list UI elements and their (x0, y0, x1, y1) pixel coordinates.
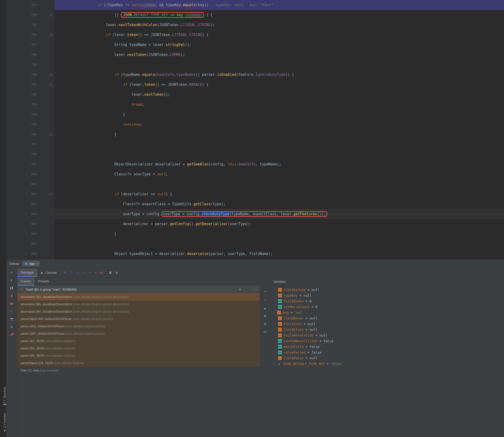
watch-down-icon[interactable]: ▼ (264, 314, 266, 318)
prev-frame-icon[interactable]: ↑ (252, 288, 254, 291)
variable-row[interactable]: ≡fieldClass = null (271, 327, 504, 332)
variable-row[interactable]: ≡fieldInfo = null (271, 321, 504, 327)
stack-frame[interactable]: parse:183, JSON (com.alibaba.fastjson) (17, 337, 260, 345)
evaluate-icon[interactable]: 🖩 (107, 270, 113, 276)
stop-icon[interactable]: ■ (11, 294, 13, 298)
step-out-icon[interactable]: ↑ (87, 270, 93, 276)
watch-up-icon[interactable]: ▲ (264, 307, 266, 310)
stack-frame[interactable]: main:12, App (org.example) (17, 367, 260, 374)
watches-icon[interactable]: 👓 (263, 330, 267, 334)
variable-row[interactable]: 01matchField = false (271, 344, 504, 349)
svg-rect-0 (25, 263, 27, 265)
step-over-icon[interactable]: ⤵ (68, 270, 74, 276)
stack-frame[interactable]: parse:1367, DefaultJSONParser (com.aliba… (17, 330, 260, 337)
close-icon[interactable]: × (36, 262, 38, 265)
add-watch-icon[interactable]: ＋ (264, 289, 267, 294)
stack-frame[interactable]: parseObject:395, DefaultJSONParser (com.… (17, 315, 260, 323)
code-content[interactable]: if ((typeKey != null = false && typeKey.… (55, 0, 504, 259)
fold-marker-icon[interactable]: − (50, 193, 52, 195)
debug-run-tab[interactable]: App × (22, 261, 40, 266)
variable-row[interactable]: 01fieldIndex = 0 (271, 298, 504, 304)
field-icon: ≡ (277, 311, 281, 315)
console-icon (41, 272, 44, 274)
settings-icon[interactable]: ⚙ (11, 325, 13, 329)
line-gutter: 783 784− 785 786− 787 788 789 790− 791− … (6, 0, 55, 259)
primitive-icon: 01 (278, 305, 282, 309)
camera-icon[interactable]: 📷 (10, 317, 14, 321)
pin-icon[interactable]: 📌 (10, 333, 14, 337)
field-icon: ≡ (278, 333, 282, 337)
field-icon: ≡ (278, 322, 282, 326)
structure-tool-tab[interactable]: 📷7: Structure (3, 387, 6, 406)
stack-frame[interactable]: parseObject:254, JSON (com.alibaba.fastj… (17, 359, 260, 367)
primitive-icon: 01 (278, 299, 282, 303)
stack-frame[interactable]: deserialze:288, JavaBeanDeserializer (co… (17, 300, 260, 308)
pause-icon[interactable]: ❚❚ (10, 286, 14, 290)
field-icon: ≡ (278, 288, 282, 292)
drop-frame-icon[interactable]: ⇤ (93, 270, 99, 276)
debug-side-toolbar: ↻ ▶ ❚❚ ■ ●● ⊘ 📷 ⚙ 📌 (6, 268, 17, 437)
threads-tab[interactable]: Threads (34, 278, 52, 286)
field-icon: ≡ (278, 316, 282, 320)
fold-marker-icon[interactable]: ⌄ (50, 133, 52, 136)
favorites-tool-tab[interactable]: ★2: Favorites (3, 413, 6, 432)
trace-icon[interactable]: ⇶ (113, 270, 120, 276)
stack-frame[interactable]: deserialze:284, JavaBeanDeserializer (co… (17, 308, 260, 315)
stack-frame[interactable]: parse:193, JSON (com.alibaba.fastjson) (17, 345, 260, 352)
field-icon: ≡ (278, 356, 282, 360)
stack-frame[interactable]: deserialze:783, JavaBeanDeserializer (co… (17, 293, 260, 300)
debug-title: Debug: (9, 262, 19, 265)
variable-row[interactable]: 01customDeserilizer = false (271, 338, 504, 344)
check-icon: ✔ (20, 288, 23, 291)
variable-row[interactable]: ≡feildAnnotation = null (271, 332, 504, 338)
next-frame-icon[interactable]: ↓ (255, 288, 257, 291)
field-icon: ≡ (278, 294, 282, 298)
variable-row[interactable]: 01valueParsed = false (271, 349, 504, 355)
mute-breakpoints-icon[interactable]: ⊘ (11, 309, 13, 313)
variable-row[interactable]: ≡fieldValues = null (271, 287, 504, 293)
primitive-icon: 01 (278, 345, 282, 349)
copy-icon[interactable]: ⧉ (264, 322, 266, 326)
thread-selector[interactable]: ✔ "main"@1 in group "main": RUNNING ▾ ↑ … (17, 286, 260, 293)
variables-panel: Variables ≡fieldValues = null≡typeKey = … (271, 278, 504, 437)
breakpoints-icon[interactable]: ●● (10, 302, 14, 305)
debugger-tab[interactable]: Debugger (17, 269, 38, 277)
step-into-icon[interactable]: ↓ (74, 270, 80, 276)
field-icon: ≡ (278, 328, 282, 332)
chevron-right-icon[interactable]: › (273, 311, 274, 315)
force-step-into-icon[interactable]: ↓ (80, 270, 87, 276)
primitive-icon: 01 (278, 339, 282, 343)
highlight-box-2: userType = config.checkAutoType(typeName… (162, 211, 327, 217)
line-number: 783 (6, 0, 37, 10)
stack-frame[interactable]: parse:149, JSON (com.alibaba.fastjson) (17, 352, 260, 359)
app-icon (24, 262, 28, 265)
run-to-cursor-icon[interactable]: ▶| (99, 270, 105, 276)
variable-row[interactable]: 01notMatchCount = 0 (271, 304, 504, 310)
vars-side-icons: ＋ － ▲ ▼ ⧉ 👓 (260, 278, 271, 437)
frames-tab[interactable]: Frames (17, 278, 34, 286)
fold-marker-icon[interactable]: − (50, 14, 52, 16)
fold-marker-icon[interactable]: − (50, 34, 52, 36)
debug-panel: Debug: App × ↻ ▶ ❚❚ ■ ●● ⊘ 📷 ⚙ 📌 Debugge… (6, 259, 504, 437)
resume-icon[interactable]: ▶ (11, 278, 13, 282)
svg-marker-1 (41, 272, 43, 274)
show-exec-point-icon[interactable]: ≡ (62, 270, 68, 276)
chevron-down-icon[interactable]: ▾ (239, 288, 241, 291)
chevron-right-icon[interactable]: › (273, 362, 274, 366)
variables-header: Variables (271, 278, 504, 286)
variable-row[interactable]: ≡typeKey = null (271, 293, 504, 298)
remove-watch-icon[interactable]: － (264, 298, 267, 302)
rerun-icon[interactable]: ↻ (11, 270, 13, 274)
variable-row[interactable]: ≡fieldDeser = null (271, 315, 504, 321)
variable-row[interactable]: ›≡key = "test" (271, 310, 504, 315)
frames-panel: Frames Threads ✔ "main"@1 in group "main… (17, 278, 260, 437)
variable-row[interactable]: ›∞JSON.DEFAULT_TYPE_KEY = "@type" (271, 361, 504, 367)
stack-frame[interactable]: parse:1401, DefaultJSONParser (com.aliba… (17, 323, 260, 330)
fold-marker-icon[interactable]: − (50, 73, 52, 76)
console-tab[interactable]: Console (38, 269, 60, 276)
code-editor[interactable]: 783 784− 785 786− 787 788 789 790− 791− … (6, 0, 504, 259)
variable-row[interactable]: ≡fieldValue = null (271, 355, 504, 361)
link-icon: ∞ (277, 362, 281, 366)
fold-marker-icon[interactable]: − (50, 83, 52, 86)
primitive-icon: 01 (278, 350, 282, 354)
